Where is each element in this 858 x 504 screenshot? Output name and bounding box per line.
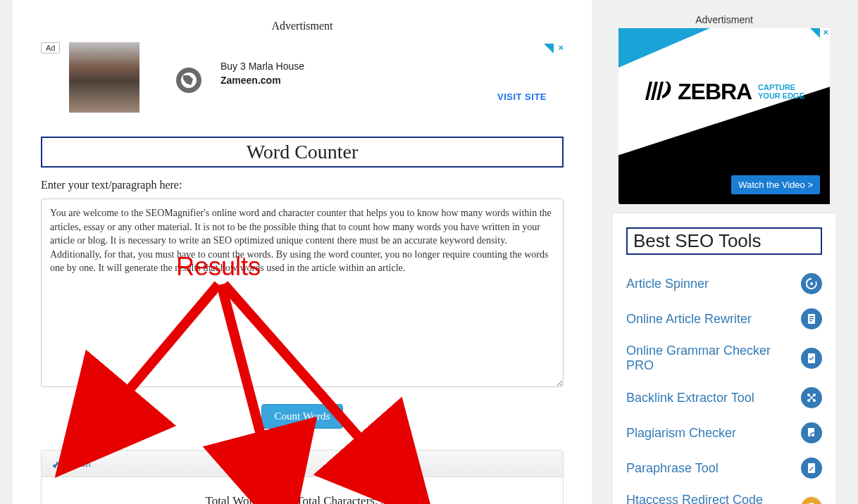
text-input-area[interactable]: You are welcome to the SEOMagnifier's on… <box>41 199 564 387</box>
spin-icon <box>801 273 822 294</box>
top-ad-label: Advertisment <box>13 20 592 32</box>
result-header[interactable]: Result <box>42 451 563 477</box>
ad-thumbnail-image[interactable] <box>69 42 139 113</box>
ad-headline: Buy 3 Marla House <box>220 61 304 72</box>
zebra-tagline: CAPTURE YOUR EDGE <box>758 83 804 100</box>
input-prompt-label: Enter your text/paragraph here: <box>41 179 564 191</box>
result-separator: | <box>288 494 297 504</box>
page-title: Word Counter <box>42 141 562 163</box>
main-content: Advertisment Ad Buy 3 Marla House Zameen… <box>13 0 592 504</box>
globe-icon <box>176 68 201 93</box>
tool-label: Online Article Rewriter <box>626 312 752 327</box>
tool-item-3[interactable]: Backlink Extractor Tool <box>626 380 822 415</box>
pin-icon <box>51 460 60 468</box>
zebra-logo: ZEBRA <box>644 79 752 106</box>
tools-panel: Best SEO Tools Article SpinnerOnline Art… <box>611 213 837 504</box>
tool-item-5[interactable]: Paraphrase Tool <box>626 451 822 486</box>
tool-label: Online Grammar Checker PRO <box>626 344 801 373</box>
watch-video-button[interactable]: Watch the Video > <box>731 175 820 194</box>
svg-rect-7 <box>809 318 814 320</box>
doc-check-icon <box>801 348 822 369</box>
ad-triangle-decoration <box>618 28 710 68</box>
tool-label: Backlink Extractor Tool <box>626 391 754 405</box>
tool-label: Paraphrase Tool <box>626 461 719 476</box>
tool-item-2[interactable]: Online Grammar Checker PRO <box>626 336 822 380</box>
tool-label: Plagiarism Checker <box>626 426 736 441</box>
zebra-wordmark: ZEBRA <box>678 79 752 105</box>
top-ad-container: Ad Buy 3 Marla House Zameen.com VISIT SI… <box>41 38 564 117</box>
svg-rect-6 <box>809 316 814 317</box>
svg-rect-8 <box>809 320 812 322</box>
tools-panel-title: Best SEO Tools <box>626 227 822 255</box>
tool-label: Article Spinner <box>626 277 709 291</box>
side-ad-container[interactable]: ZEBRA CAPTURE YOUR EDGE Watch the Video … <box>618 28 830 204</box>
total-chars-label: Total Characters: <box>296 494 381 504</box>
search-doc-icon <box>801 422 822 443</box>
ad-text[interactable]: Buy 3 Marla House Zameen.com <box>220 61 304 86</box>
result-header-label: Result <box>64 458 91 470</box>
zebra-mark-icon <box>644 79 672 106</box>
visit-site-link[interactable]: VISIT SITE <box>497 92 547 102</box>
svg-line-16 <box>814 436 816 439</box>
ad-source: Zameen.com <box>220 75 304 86</box>
count-words-button[interactable]: Count Words <box>261 404 344 429</box>
side-ad-close-icon[interactable] <box>810 28 830 38</box>
sidebar: Advertisment ZEBRA CAPTURE YOUR EDGE Wat… <box>604 0 844 504</box>
pencil-doc-icon <box>801 458 822 479</box>
tool-item-6[interactable]: Htaccess Redirect Code Generator <box>626 486 822 504</box>
tool-item-0[interactable]: Article Spinner <box>626 266 822 301</box>
tool-item-4[interactable]: Plagiarism Checker <box>626 415 822 451</box>
total-chars-value: 586 <box>381 494 399 504</box>
tool-item-1[interactable]: Online Article Rewriter <box>626 301 822 336</box>
total-words-value: 106 <box>270 494 288 504</box>
page-title-box: Word Counter <box>41 137 564 168</box>
ad-badge: Ad <box>41 42 60 53</box>
side-ad-label: Advertisment <box>604 14 844 25</box>
tool-label: Htaccess Redirect Code Generator <box>626 493 801 504</box>
ad-close-icon[interactable] <box>544 44 564 53</box>
redirect-icon <box>801 497 822 504</box>
doc-icon <box>801 308 822 329</box>
total-words-label: Total Words: <box>206 494 271 504</box>
result-body: Total Words: 106 | Total Characters: 586 <box>42 477 563 504</box>
link-icon <box>801 387 822 408</box>
svg-point-4 <box>810 282 813 285</box>
result-panel: Result Total Words: 106 | Total Characte… <box>41 450 564 504</box>
